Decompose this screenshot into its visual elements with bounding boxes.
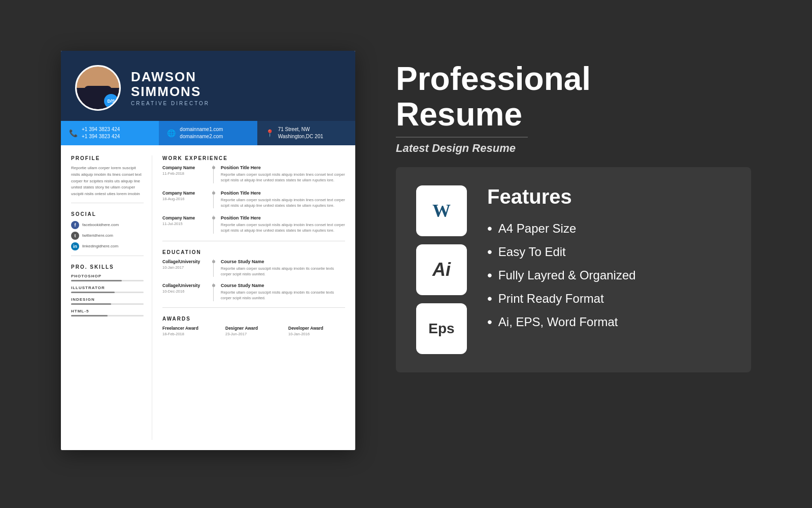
address-line2: Washington,DC 201 — [278, 133, 323, 140]
award-item: Designer Award 23-Jun-2017 — [225, 326, 282, 336]
resume-left-column: PROFILE Reportie ullam corper lorem susc… — [61, 155, 152, 440]
resume-subtitle: CREATIVE DIRECTOR — [131, 101, 210, 106]
work-entry: Company Name 11-Feb-2018 Position Title … — [162, 165, 345, 183]
main-container: D/S DAWSON SIMMONS CREATIVE DIRECTOR 📞 +… — [41, 30, 771, 478]
edu-course: Course Study Name — [221, 259, 345, 264]
work-right: Position Title Here Reportie ullam corpe… — [221, 215, 345, 234]
award-title: Freelancer Award — [162, 326, 219, 331]
work-left: Company Name 11-Feb-2018 — [162, 165, 208, 183]
skill-label: PHOTOSHOP — [71, 274, 144, 278]
contact-address: 📍 71 Street, NW Washington,DC 201 — [257, 121, 355, 145]
edu-date: 10-Dec-2016 — [162, 289, 208, 294]
contact-phone: 📞 +1 394 3823 424 +1 394 3823 424 — [61, 121, 159, 145]
work-desc: Reportie ullam corper suscipit nislis al… — [221, 222, 345, 234]
feature-item: Ai, EPS, Word Format — [487, 314, 731, 330]
skill-bar-fill — [71, 280, 122, 281]
phone-icon: 📞 — [69, 129, 78, 137]
award-title: Designer Award — [225, 326, 282, 331]
linkedin-handle: linkedingidhere.com — [82, 244, 118, 248]
work-right: Position Title Here Reportie ullam corpe… — [221, 165, 345, 183]
resume-header: D/S DAWSON SIMMONS CREATIVE DIRECTOR — [61, 51, 355, 121]
skill-item: HTML-5 — [71, 309, 144, 316]
award-date: 18-Feb-2018 — [162, 332, 219, 336]
name-line2: SIMMONS — [131, 84, 201, 99]
skill-label: INDESIGN — [71, 297, 144, 302]
product-info: Professional Resume Latest Design Resume… — [386, 51, 751, 383]
work-date: 18-Aug-2016 — [162, 197, 208, 201]
name-line1: DAWSON — [131, 69, 196, 84]
skill-item: INDESIGN — [71, 297, 144, 305]
education-section-title: EDUCATION — [162, 249, 345, 255]
phone1: +1 394 3823 424 — [82, 126, 120, 133]
web1: domainname1.com — [180, 126, 223, 133]
features-content: Features A4 Paper SizeEasy To EditFully … — [487, 185, 731, 337]
social-facebook: f facebookidhere.com — [71, 221, 144, 229]
award-item: Developer Award 10-Jan-2016 — [288, 326, 345, 336]
skill-bar-fill — [71, 315, 108, 316]
edu-date: 10-Jan-2017 — [162, 265, 208, 270]
edu-right: Course Study Name Reportie ullam corper … — [221, 283, 345, 301]
features-title: Features — [487, 185, 731, 208]
feature-item: Easy To Edit — [487, 244, 731, 260]
format-icons-column: W Ai Eps — [416, 185, 467, 354]
work-experience-list: Company Name 11-Feb-2018 Position Title … — [162, 165, 345, 234]
web2: domainname2.com — [180, 133, 223, 140]
title-line1: Professional — [396, 61, 751, 97]
product-title: Professional Resume — [396, 61, 751, 133]
edu-right: Course Study Name Reportie ullam corper … — [221, 259, 345, 277]
feature-item: A4 Paper Size — [487, 220, 731, 237]
education-list: Collage/University 10-Jan-2017 Course St… — [162, 259, 345, 301]
title-line2: Resume — [396, 97, 751, 132]
linkedin-icon: in — [71, 242, 79, 250]
work-divider — [213, 190, 214, 209]
features-box: W Ai Eps Features A4 Paper SizeEasy To E… — [396, 167, 751, 372]
ai-format-icon: Ai — [416, 244, 467, 295]
work-left: Company Name 18-Aug-2016 — [162, 190, 208, 209]
awards-section-title: AWARDS — [162, 316, 345, 322]
work-title: Position Title Here — [221, 215, 345, 220]
edu-desc: Reportie ullam corper suscipit nislis al… — [221, 290, 345, 301]
edu-left: Collage/University 10-Dec-2016 — [162, 283, 208, 301]
contact-web: 🌐 domainname1.com domainname2.com — [159, 121, 257, 145]
web-icon: 🌐 — [167, 129, 176, 137]
edu-desc: Reportie ullam corper suscipit nislis al… — [221, 266, 345, 277]
resume-name: DAWSON SIMMONS CREATIVE DIRECTOR — [131, 70, 210, 106]
twitter-icon: t — [71, 232, 79, 240]
title-divider — [396, 137, 528, 138]
award-date: 10-Jan-2016 — [288, 332, 345, 336]
award-title: Developer Award — [288, 326, 345, 331]
facebook-handle: facebookidhere.com — [82, 223, 119, 227]
edu-course: Course Study Name — [221, 283, 345, 288]
product-title-block: Professional Resume Latest Design Resume — [396, 61, 751, 155]
edu-entry: Collage/University 10-Dec-2016 Course St… — [162, 283, 345, 301]
work-section-title: WORK EXPERIENCE — [162, 155, 345, 161]
word-format-icon: W — [416, 185, 467, 236]
work-title: Position Title Here — [221, 190, 345, 196]
divider-4 — [162, 307, 345, 308]
award-item: Freelancer Award 18-Feb-2018 — [162, 326, 219, 336]
work-company: Company Name — [162, 165, 208, 170]
address-line1: 71 Street, NW — [278, 126, 323, 133]
skill-bar-bg — [71, 303, 144, 305]
skill-item: ILLUSTRATOR — [71, 285, 144, 293]
resume-right-column: WORK EXPERIENCE Company Name 11-Feb-2018… — [152, 155, 355, 440]
skill-bar-bg — [71, 280, 144, 281]
feature-list: A4 Paper SizeEasy To EditFully Layred & … — [487, 220, 731, 330]
profile-section-title: PROFILE — [71, 155, 144, 161]
product-subtitle: Latest Design Resume — [396, 142, 751, 155]
work-company: Company Name — [162, 190, 208, 196]
work-divider — [213, 165, 214, 183]
feature-item: Fully Layred & Organized — [487, 267, 731, 283]
work-left: Company Name 11-Jul-2015 — [162, 215, 208, 234]
work-right: Position Title Here Reportie ullam corpe… — [221, 190, 345, 209]
social-linkedin: in linkedingidhere.com — [71, 242, 144, 250]
eps-format-icon: Eps — [416, 303, 467, 354]
location-icon: 📍 — [265, 129, 274, 137]
skill-bar-bg — [71, 315, 144, 316]
twitter-handle: twitteridhere.com — [82, 233, 113, 238]
contact-bar: 📞 +1 394 3823 424 +1 394 3823 424 🌐 doma… — [61, 121, 355, 145]
resume-body: PROFILE Reportie ullam corper lorem susc… — [61, 145, 355, 450]
edu-divider — [213, 259, 214, 277]
work-entry: Company Name 11-Jul-2015 Position Title … — [162, 215, 345, 234]
work-entry: Company Name 18-Aug-2016 Position Title … — [162, 190, 345, 209]
